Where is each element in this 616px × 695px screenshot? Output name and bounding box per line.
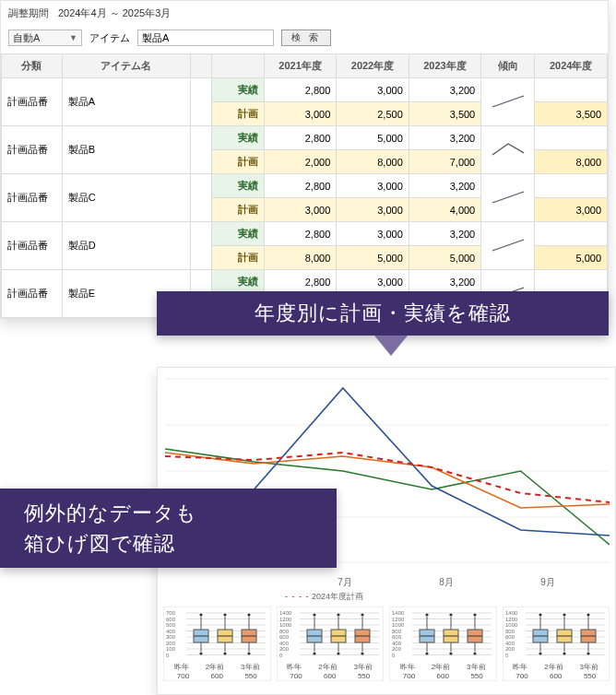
svg-text:200: 200 — [505, 646, 515, 652]
table-row: 計画品番 製品E 実績 2,800 3,000 3,200 — [2, 270, 608, 294]
svg-text:1000: 1000 — [505, 622, 518, 628]
cell-category: 計画品番 — [2, 174, 63, 222]
cell-plan-2024[interactable]: 3,500 — [535, 102, 608, 126]
cell-plan-empty — [535, 174, 608, 198]
cell-val: 2,800 — [264, 222, 336, 246]
cell-item-name: 製品C — [62, 174, 190, 222]
svg-text:200: 200 — [166, 641, 176, 646]
cell-plan-2024[interactable]: 5,000 — [535, 246, 608, 270]
cell-plan-2024[interactable]: 8,000 — [535, 150, 608, 174]
svg-point-25 — [200, 652, 203, 654]
col-type — [211, 54, 264, 78]
cell-sparkline — [481, 78, 535, 126]
boxplot-cell: 7006005004003002001000 — [163, 607, 271, 681]
cell-val: 3,000 — [264, 102, 336, 126]
svg-text:800: 800 — [392, 629, 402, 634]
svg-point-61 — [337, 652, 339, 654]
svg-point-55 — [313, 613, 315, 616]
box-xlabel: 2年前 — [544, 662, 563, 672]
box-value: 550 — [358, 672, 370, 680]
cell-category: 計画品番 — [2, 126, 63, 174]
svg-point-65 — [361, 613, 363, 616]
svg-point-91 — [450, 613, 453, 616]
line-chart-wrap: 7月 8月 9月 - - - - 2024年度計画 — [158, 368, 615, 607]
svg-text:1400: 1400 — [505, 610, 518, 616]
table-row: 計画品番 製品A 実績 2,800 3,000 3,200 — [2, 78, 608, 102]
cell-val: 5,000 — [337, 126, 409, 150]
cell-item-name: 製品A — [62, 78, 190, 126]
box-value: 550 — [584, 672, 596, 680]
boxplot-values: 700600550 — [279, 672, 382, 680]
cell-gap — [191, 174, 212, 222]
cell-type-actual: 実績 — [211, 222, 264, 246]
svg-point-92 — [450, 652, 453, 654]
boxplot-values: 700600550 — [166, 672, 268, 680]
cell-plan-empty — [535, 78, 608, 102]
box-value: 600 — [550, 672, 562, 680]
box-xlabel: 3年前 — [241, 662, 259, 672]
svg-point-97 — [474, 652, 477, 654]
svg-text:400: 400 — [392, 641, 402, 646]
svg-point-60 — [337, 613, 339, 616]
item-label: アイテム — [89, 31, 130, 45]
svg-point-30 — [224, 652, 227, 654]
svg-text:200: 200 — [392, 646, 402, 652]
table-header-row: 分類 アイテム名 2021年度 2022年度 2023年度 傾向 2024年度 — [2, 54, 608, 78]
cell-category: 計画品番 — [2, 222, 63, 270]
category-select-value: 自動A — [13, 31, 40, 45]
table-row: 計画品番 製品D 実績 2,800 3,000 3,200 — [2, 222, 608, 246]
svg-text:600: 600 — [279, 634, 290, 640]
search-button[interactable]: 検 索 — [281, 29, 331, 46]
cell-val: 3,200 — [409, 270, 480, 294]
period-label: 調整期間 — [8, 6, 49, 20]
svg-text:1400: 1400 — [392, 610, 405, 616]
svg-text:600: 600 — [392, 634, 402, 640]
col-trend: 傾向 — [481, 54, 535, 78]
cell-plan-empty — [535, 126, 608, 150]
boxplot-cell: 1400120010008006004002000 — [503, 607, 610, 681]
chevron-down-icon: ▼ — [69, 33, 77, 42]
cell-plan-empty — [535, 270, 608, 294]
box-xlabel: 昨年 — [287, 662, 302, 672]
cell-category: 計画品番 — [2, 270, 63, 318]
line-chart-legend: - - - - 2024年度計画 — [165, 589, 608, 607]
x-tick: 9月 — [540, 576, 555, 589]
cell-type-actual: 実績 — [211, 270, 264, 294]
header-row-filters: 自動A ▼ アイテム 検 索 — [1, 26, 608, 53]
plan-actual-table: 分類 アイテム名 2021年度 2022年度 2023年度 傾向 2024年度 … — [1, 53, 608, 318]
svg-point-86 — [426, 613, 429, 616]
box-xlabel: 昨年 — [513, 662, 527, 672]
cell-val: 2,800 — [264, 270, 336, 294]
svg-text:400: 400 — [505, 641, 515, 646]
cell-type-plan: 計画 — [211, 198, 264, 222]
cell-val: 8,000 — [264, 246, 336, 270]
boxplot-chart: 1400120010008006004002000 — [505, 609, 607, 660]
cell-type-plan: 計画 — [211, 150, 264, 174]
box-xlabel: 昨年 — [400, 662, 415, 672]
svg-point-35 — [248, 652, 251, 654]
category-select[interactable]: 自動A ▼ — [8, 29, 82, 46]
col-2021: 2021年度 — [264, 54, 336, 78]
col-2024: 2024年度 — [535, 54, 608, 78]
cell-type-actual: 実績 — [211, 78, 264, 102]
box-xlabel: 2年前 — [432, 662, 450, 672]
item-input[interactable] — [137, 29, 274, 46]
cell-sparkline — [481, 174, 535, 222]
banner2-line2: 箱ひげ図で確認 — [24, 528, 337, 559]
svg-text:700: 700 — [166, 610, 176, 616]
svg-text:100: 100 — [166, 646, 176, 652]
x-tick: 7月 — [338, 576, 352, 589]
svg-text:300: 300 — [166, 634, 176, 640]
cell-plan-2024[interactable]: 3,000 — [535, 198, 608, 222]
svg-text:400: 400 — [166, 629, 176, 634]
svg-text:400: 400 — [279, 641, 290, 646]
svg-point-117 — [539, 613, 541, 616]
svg-text:800: 800 — [279, 629, 290, 634]
cell-val: 2,800 — [264, 174, 336, 198]
cell-val: 3,000 — [337, 174, 409, 198]
box-value: 700 — [177, 672, 189, 680]
svg-text:0: 0 — [166, 653, 170, 658]
header-row-period: 調整期間 2024年4月 ～ 2025年3月 — [1, 1, 608, 26]
svg-text:600: 600 — [166, 617, 176, 622]
box-xlabel: 昨年 — [174, 662, 189, 672]
